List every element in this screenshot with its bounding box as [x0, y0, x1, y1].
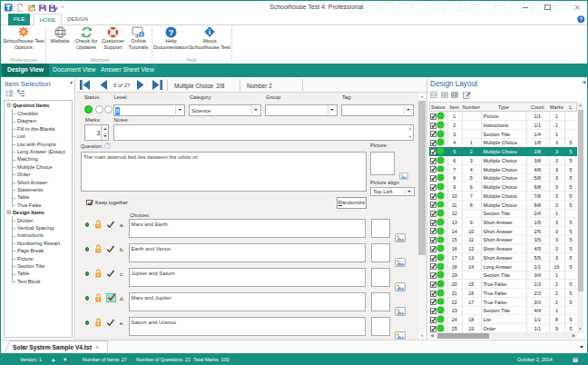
svg-text:?: ?	[169, 27, 174, 36]
svg-text:?: ?	[106, 143, 109, 148]
svg-text:?: ?	[579, 16, 583, 22]
